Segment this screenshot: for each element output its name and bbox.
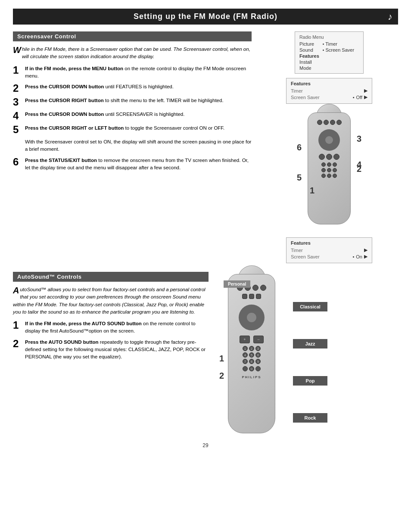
autosound-intro: AutoSound™ allows you to select from fou… bbox=[13, 286, 209, 316]
sound-option-classical: Classical bbox=[293, 302, 327, 311]
autosound-step-2: 2 Press the AUTO SOUND button repeatedly… bbox=[13, 339, 209, 361]
autosound-left: AutoSound™ Controls AutoSound™ allows yo… bbox=[13, 272, 209, 436]
menu-left-col: Picture Sound Features Install Mode bbox=[299, 41, 319, 71]
autosound-right: Personal bbox=[217, 272, 398, 436]
screensaver-title: Screensaver Control bbox=[13, 31, 252, 41]
autosound-title: AutoSound™ Controls bbox=[13, 272, 209, 282]
step-1: 1 If in the FM mode, press the MENU butt… bbox=[13, 65, 252, 80]
radio-menu-title: Radio Menu bbox=[299, 34, 359, 40]
sound-option-pop: Pop bbox=[293, 376, 327, 386]
step-6: 6 Press the STATUS/EXIT button to remove… bbox=[13, 157, 252, 172]
page-number: 29 bbox=[13, 442, 398, 448]
step-3: 3 Press the CURSOR RIGHT button to shift… bbox=[13, 97, 252, 107]
remote-small: 6 3 5 2 1 4 bbox=[293, 108, 366, 229]
autosound-step-1: 1 If in the FM mode, press the AUTO SOUN… bbox=[13, 320, 209, 335]
remote-large: Personal bbox=[217, 272, 286, 436]
screensaver-section: Screensaver Control While in the FM Mode… bbox=[13, 31, 398, 263]
personal-label: Personal bbox=[224, 280, 250, 288]
music-icon: ♪ bbox=[388, 11, 393, 22]
screensaver-intro: While in the FM Mode, there is a Screens… bbox=[13, 46, 252, 61]
screensaver-note: With the Screensaver control set to ON, … bbox=[25, 138, 252, 153]
radio-menu-box: Radio Menu Picture Sound Features Instal… bbox=[295, 31, 364, 74]
screensaver-left: Screensaver Control While in the FM Mode… bbox=[13, 31, 252, 263]
page-title: Setting up the FM Mode (FM Radio) bbox=[134, 12, 277, 21]
page-header: Setting up the FM Mode (FM Radio) ♪ bbox=[13, 9, 398, 25]
step-5: 5 Press the CURSOR RIGHT or LEFT button … bbox=[13, 124, 252, 135]
sound-option-rock: Rock bbox=[293, 413, 327, 423]
step-4: 4 Press the CURSOR DOWN button until SCR… bbox=[13, 111, 252, 121]
sound-options: Classical Jazz Pop Rock bbox=[293, 272, 327, 436]
sound-option-jazz: Jazz bbox=[293, 339, 327, 348]
menu-right-col: • Timer • Screen Saver bbox=[323, 41, 354, 71]
step-2: 2 Press the CURSOR DOWN button until FEA… bbox=[13, 83, 252, 93]
features-box-on: Features Timer ▶ Screen Saver • On ▶ bbox=[286, 237, 372, 263]
autosound-section: AutoSound™ Controls AutoSound™ allows yo… bbox=[13, 272, 398, 436]
philips-label: PHILIPS bbox=[242, 375, 261, 379]
features-box-off: Features Timer ▶ Screen Saver • Off ▶ bbox=[286, 78, 372, 104]
screensaver-right: Radio Menu Picture Sound Features Instal… bbox=[260, 31, 398, 263]
